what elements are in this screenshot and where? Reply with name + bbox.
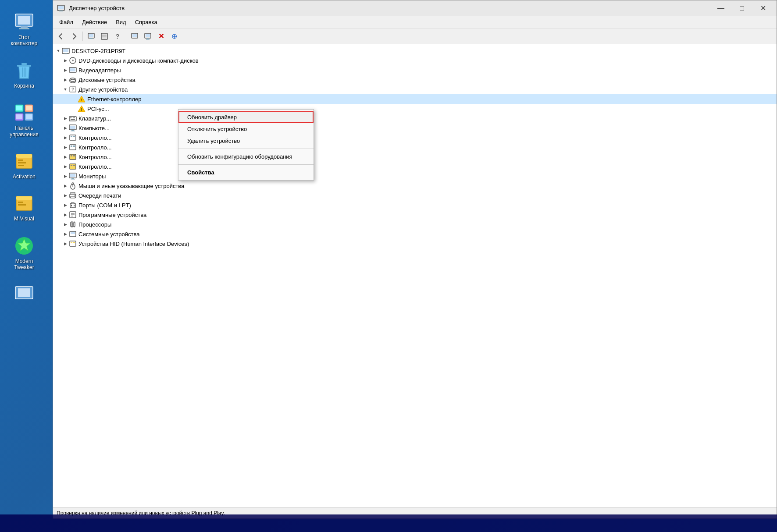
toolbar-btn-monitor[interactable] (142, 30, 154, 43)
tree-mice[interactable]: ▶ Мыши и иные указывающие устройства (53, 181, 777, 191)
software-icon (69, 211, 77, 219)
tree-disk[interactable]: ▶ Дисковые устройства (53, 75, 777, 85)
toolbar-sep2 (126, 32, 126, 41)
svg-rect-37 (102, 34, 107, 39)
pci-expand (71, 105, 78, 112)
minimize-button[interactable]: — (711, 2, 731, 14)
tree-root[interactable]: ▼ DESKTOP-2R1PR9T (53, 46, 777, 56)
ctx-disable-device[interactable]: Отключить устройство (178, 123, 314, 135)
tree-controller4[interactable]: ▶ Контролло... (53, 162, 777, 171)
svg-rect-69 (71, 119, 75, 120)
desktop-icon-m-visual[interactable]: M.Visual (4, 190, 44, 224)
hid-label: Устройства HID (Human Interface Devices) (78, 241, 189, 247)
tree-view[interactable]: ▼ DESKTOP-2R1PR9T ▶ (53, 44, 777, 507)
tree-system[interactable]: ▶ Системные устройства (53, 229, 777, 239)
software-label: Программные устройства (78, 212, 146, 218)
desktop-icon-my-computer[interactable]: Этот компьютер (4, 9, 44, 50)
root-icon (62, 47, 70, 55)
device-manager-window: Диспетчер устройств — □ ✕ Файл Действие … (53, 0, 777, 519)
tree-computer[interactable]: ▶ Компьюте... (53, 123, 777, 133)
forward-button[interactable] (68, 30, 80, 43)
tree-monitors[interactable]: ▶ Мониторы (53, 171, 777, 181)
ctx-refresh-hardware[interactable]: Обновить конфигурацию оборудования (178, 151, 314, 163)
tree-controller2[interactable]: ▶ Контролло... (53, 142, 777, 152)
toolbar-btn-6[interactable] (128, 30, 141, 43)
dvd-icon (69, 57, 77, 64)
toolbar-btn-delete[interactable]: ✕ (155, 30, 167, 43)
tree-keyboard[interactable]: ▶ Клавиатур... (53, 113, 777, 123)
ctx-properties[interactable]: Свойства (178, 167, 314, 178)
desktop-icon-bottom[interactable] (4, 281, 44, 309)
svg-rect-67 (73, 117, 74, 118)
tree-print[interactable]: ▶ Очереди печати (53, 191, 777, 200)
ctx-update-driver[interactable]: Обновить драйвер (178, 111, 314, 123)
system-icon (69, 230, 77, 238)
desktop-icon-modern-tweaker[interactable]: Modern Tweaker (4, 233, 44, 273)
svg-rect-68 (74, 117, 75, 118)
svg-rect-81 (71, 155, 72, 156)
menu-help[interactable]: Справка (131, 17, 162, 27)
svg-rect-45 (146, 39, 150, 40)
video-label: Видеоадаптеры (78, 67, 121, 74)
desktop-icon-recycle-bin[interactable]: Корзина (4, 57, 44, 92)
menu-action[interactable]: Действие (78, 17, 111, 27)
window-controls: — □ ✕ (711, 2, 773, 14)
svg-rect-72 (71, 130, 74, 131)
recycle-bin-label: Корзина (14, 83, 34, 89)
svg-rect-82 (73, 155, 75, 156)
m-visual-label: M.Visual (14, 216, 34, 222)
toolbar-btn-help[interactable]: ? (111, 30, 124, 43)
svg-rect-52 (70, 68, 75, 71)
tree-other-devices[interactable]: ▼ ? Другие устройства (53, 85, 777, 94)
video-icon (69, 66, 77, 74)
modern-tweaker-label: Modern Tweaker (7, 258, 41, 271)
svg-rect-80 (70, 154, 76, 160)
tree-hid[interactable]: ▶ Устройства HID (Human Interface Device… (53, 239, 777, 248)
desktop-icon-control-panel[interactable]: Панель управления (4, 99, 44, 140)
desktop-icon-activation[interactable]: Activation (4, 148, 44, 182)
svg-rect-34 (89, 34, 93, 37)
disk-expand: ▶ (62, 76, 69, 83)
svg-rect-116 (71, 242, 72, 243)
svg-rect-95 (71, 196, 75, 198)
svg-rect-23 (16, 196, 32, 200)
tree-controller1[interactable]: ▶ Контролло... (53, 133, 777, 142)
control-panel-icon (14, 102, 35, 123)
menu-view[interactable]: Вид (111, 17, 131, 27)
back-button[interactable] (55, 30, 67, 43)
maximize-button[interactable]: □ (732, 2, 752, 14)
toolbar-btn-3[interactable] (85, 30, 97, 43)
controller1-icon (69, 134, 77, 142)
pci-warn-icon: ! (78, 105, 86, 113)
ctx-uninstall-device[interactable]: Удалить устройство (178, 135, 314, 147)
svg-rect-74 (70, 135, 76, 140)
tree-pci[interactable]: ! PCI-ус... (53, 104, 777, 113)
tree-dvd[interactable]: ▶ DVD-дисководы и дисководы компакт-диск… (53, 56, 777, 65)
tree-ethernet[interactable]: ! Ethernet-контроллер (53, 94, 777, 104)
menu-bar: Файл Действие Вид Справка (53, 16, 777, 28)
tree-processors[interactable]: ▶ Процессоры (53, 220, 777, 229)
desktop-icons: Этот компьютер Корзина (0, 0, 48, 532)
svg-rect-16 (26, 114, 32, 119)
toolbar-btn-refresh[interactable]: ⊕ (168, 30, 180, 43)
svg-rect-4 (17, 65, 31, 67)
svg-rect-100 (74, 205, 75, 206)
ctrl4-expand: ▶ (62, 163, 69, 170)
close-button[interactable]: ✕ (753, 2, 773, 14)
toolbar-btn-4[interactable] (98, 30, 110, 43)
svg-rect-3 (19, 28, 29, 29)
tree-ports[interactable]: ▶ Порты (COM и LPT) (53, 200, 777, 210)
tree-controller3[interactable]: ▶ Контролло... (53, 152, 777, 162)
root-expand-arrow: ▼ (55, 47, 62, 54)
activation-label: Activation (13, 174, 36, 180)
svg-point-50 (72, 60, 74, 61)
processors-label: Процессоры (78, 221, 111, 228)
tree-software[interactable]: ▶ Программные устройства (53, 210, 777, 220)
dvd-expand: ▶ (62, 57, 69, 64)
tree-video[interactable]: ▶ Видеоадаптеры (53, 65, 777, 75)
menu-file[interactable]: Файл (55, 17, 78, 27)
root-label: DESKTOP-2R1PR9T (71, 48, 125, 54)
svg-rect-114 (71, 232, 75, 234)
monitors-expand: ▶ (62, 173, 69, 180)
svg-rect-66 (71, 117, 72, 118)
